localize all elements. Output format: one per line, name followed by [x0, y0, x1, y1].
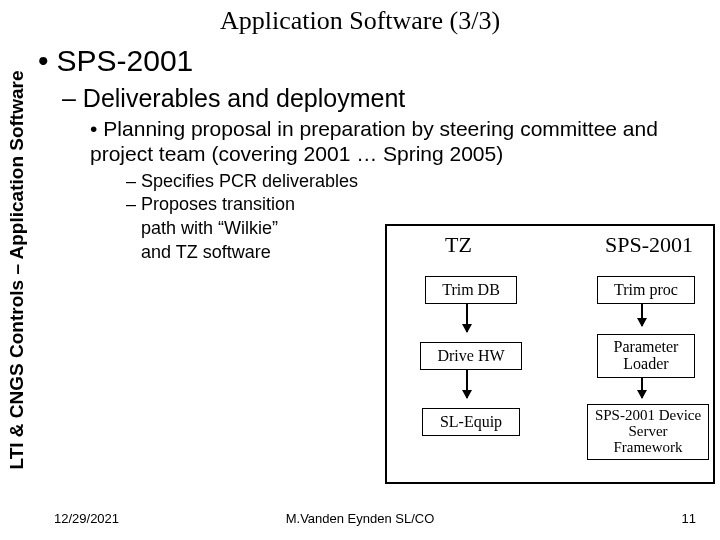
- footer-page-number: 11: [682, 511, 696, 526]
- bullet-level1: •SPS-2001: [38, 44, 706, 78]
- box-trim-db: Trim DB: [425, 276, 517, 304]
- bullet-level1-text: SPS-2001: [57, 44, 194, 77]
- footer-author: M.Vanden Eynden SL/CO: [0, 511, 720, 526]
- bullet-level2: – Deliverables and deployment: [62, 84, 706, 113]
- bullet-level4-b: – Proposes transition: [126, 194, 426, 216]
- arrow-icon: [466, 304, 468, 332]
- box-parameter-loader: Parameter Loader: [597, 334, 695, 378]
- box-sl-equip: SL-Equip: [422, 408, 520, 436]
- bullet-level3-text: Planning proposal in preparation by stee…: [90, 117, 658, 165]
- bullet-level4-a: – Specifies PCR deliverables: [126, 171, 426, 193]
- arrow-icon: [641, 304, 643, 326]
- vertical-section-label: LTI & CNGS Controls – Application Softwa…: [2, 36, 32, 504]
- box-device-server-framework: SPS-2001 Device Server Framework: [587, 404, 709, 460]
- diagram-header-sps2001: SPS-2001: [605, 232, 693, 258]
- arrow-icon: [641, 378, 643, 398]
- arrow-icon: [466, 370, 468, 398]
- vertical-section-label-text: LTI & CNGS Controls – Application Softwa…: [6, 70, 28, 469]
- bullet-level4-d: and TZ software: [126, 242, 426, 264]
- bullet-level3: •Planning proposal in preparation by ste…: [90, 117, 706, 167]
- box-trim-proc: Trim proc: [597, 276, 695, 304]
- architecture-diagram: TZ SPS-2001 Trim DB Drive HW SL-Equip Tr…: [385, 224, 715, 484]
- diagram-header-tz: TZ: [445, 232, 472, 258]
- bullet-level4-c: path with “Wilkie”: [126, 218, 426, 240]
- slide-title: Application Software (3/3): [0, 6, 720, 36]
- box-drive-hw: Drive HW: [420, 342, 522, 370]
